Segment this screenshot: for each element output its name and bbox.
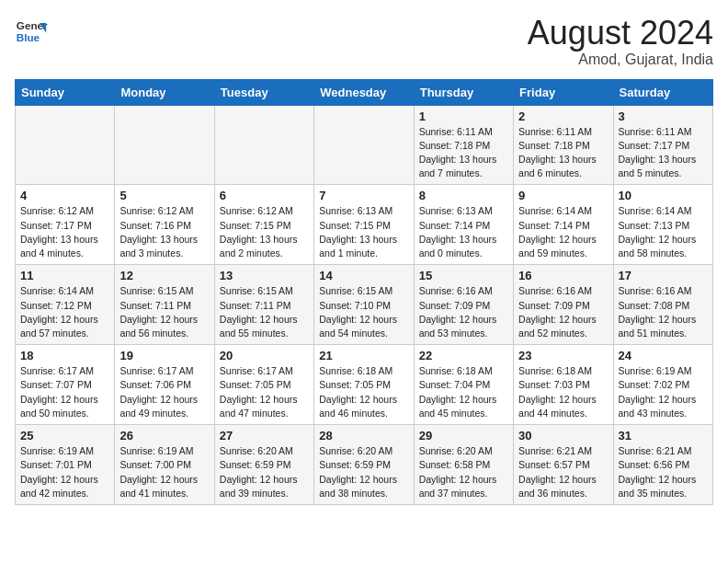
day-cell: 5Sunrise: 6:12 AM Sunset: 7:16 PM Daylig… <box>115 185 214 265</box>
day-info: Sunrise: 6:19 AM Sunset: 7:02 PM Dayligh… <box>619 364 708 420</box>
day-cell: 16Sunrise: 6:16 AM Sunset: 7:09 PM Dayli… <box>514 265 613 345</box>
day-info: Sunrise: 6:16 AM Sunset: 7:08 PM Dayligh… <box>619 284 708 340</box>
day-cell: 21Sunrise: 6:18 AM Sunset: 7:05 PM Dayli… <box>314 345 414 425</box>
day-cell: 10Sunrise: 6:14 AM Sunset: 7:13 PM Dayli… <box>613 185 712 265</box>
day-cell: 9Sunrise: 6:14 AM Sunset: 7:14 PM Daylig… <box>514 185 613 265</box>
day-info: Sunrise: 6:20 AM Sunset: 6:59 PM Dayligh… <box>220 444 309 500</box>
day-number: 3 <box>619 109 708 123</box>
day-info: Sunrise: 6:14 AM Sunset: 7:13 PM Dayligh… <box>619 204 708 260</box>
day-cell: 23Sunrise: 6:18 AM Sunset: 7:03 PM Dayli… <box>514 345 613 425</box>
day-info: Sunrise: 6:16 AM Sunset: 7:09 PM Dayligh… <box>419 284 508 340</box>
day-number: 6 <box>220 189 309 202</box>
day-number: 28 <box>319 429 408 442</box>
header-cell-wednesday: Wednesday <box>314 79 414 105</box>
day-cell: 18Sunrise: 6:17 AM Sunset: 7:07 PM Dayli… <box>16 345 115 425</box>
day-number: 14 <box>319 269 408 282</box>
day-number: 10 <box>619 189 708 202</box>
day-cell: 30Sunrise: 6:21 AM Sunset: 6:57 PM Dayli… <box>514 425 613 505</box>
day-cell: 17Sunrise: 6:16 AM Sunset: 7:08 PM Dayli… <box>613 265 712 345</box>
day-number: 31 <box>619 429 708 442</box>
header-cell-monday: Monday <box>115 79 214 105</box>
day-cell <box>314 105 414 185</box>
day-number: 1 <box>419 109 508 123</box>
calendar-title: August 2024 <box>528 15 713 52</box>
week-row-2: 4Sunrise: 6:12 AM Sunset: 7:17 PM Daylig… <box>16 185 713 265</box>
day-cell: 31Sunrise: 6:21 AM Sunset: 6:56 PM Dayli… <box>613 425 712 505</box>
day-info: Sunrise: 6:17 AM Sunset: 7:06 PM Dayligh… <box>119 364 209 420</box>
day-info: Sunrise: 6:13 AM Sunset: 7:14 PM Dayligh… <box>419 204 508 260</box>
day-cell: 11Sunrise: 6:14 AM Sunset: 7:12 PM Dayli… <box>16 265 115 345</box>
day-info: Sunrise: 6:21 AM Sunset: 6:56 PM Dayligh… <box>619 444 708 500</box>
day-cell: 26Sunrise: 6:19 AM Sunset: 7:00 PM Dayli… <box>115 425 214 505</box>
day-cell: 28Sunrise: 6:20 AM Sunset: 6:59 PM Dayli… <box>314 425 414 505</box>
day-info: Sunrise: 6:18 AM Sunset: 7:05 PM Dayligh… <box>319 364 408 420</box>
day-number: 30 <box>518 429 608 442</box>
day-cell: 14Sunrise: 6:15 AM Sunset: 7:10 PM Dayli… <box>314 265 414 345</box>
day-info: Sunrise: 6:19 AM Sunset: 7:00 PM Dayligh… <box>119 444 209 500</box>
day-cell <box>16 105 115 185</box>
day-number: 13 <box>220 269 309 282</box>
day-cell: 20Sunrise: 6:17 AM Sunset: 7:05 PM Dayli… <box>214 345 313 425</box>
day-info: Sunrise: 6:11 AM Sunset: 7:18 PM Dayligh… <box>419 125 508 181</box>
day-number: 16 <box>518 269 608 282</box>
day-info: Sunrise: 6:14 AM Sunset: 7:12 PM Dayligh… <box>20 284 109 340</box>
day-number: 4 <box>20 189 109 202</box>
day-number: 24 <box>619 349 708 362</box>
day-info: Sunrise: 6:15 AM Sunset: 7:11 PM Dayligh… <box>220 284 309 340</box>
day-cell: 12Sunrise: 6:15 AM Sunset: 7:11 PM Dayli… <box>115 265 214 345</box>
header-cell-saturday: Saturday <box>613 79 712 105</box>
day-cell: 1Sunrise: 6:11 AM Sunset: 7:18 PM Daylig… <box>414 105 513 185</box>
day-info: Sunrise: 6:20 AM Sunset: 6:59 PM Dayligh… <box>319 444 408 500</box>
day-cell <box>115 105 214 185</box>
day-cell: 6Sunrise: 6:12 AM Sunset: 7:15 PM Daylig… <box>214 185 313 265</box>
day-info: Sunrise: 6:11 AM Sunset: 7:18 PM Dayligh… <box>518 125 608 181</box>
calendar-body: 1Sunrise: 6:11 AM Sunset: 7:18 PM Daylig… <box>16 105 713 504</box>
day-info: Sunrise: 6:12 AM Sunset: 7:16 PM Dayligh… <box>119 204 209 260</box>
day-info: Sunrise: 6:17 AM Sunset: 7:05 PM Dayligh… <box>220 364 309 420</box>
day-cell: 22Sunrise: 6:18 AM Sunset: 7:04 PM Dayli… <box>414 345 513 425</box>
logo-icon: General Blue <box>15 15 48 48</box>
day-cell: 4Sunrise: 6:12 AM Sunset: 7:17 PM Daylig… <box>16 185 115 265</box>
calendar-subtitle: Amod, Gujarat, India <box>528 52 713 68</box>
week-row-5: 25Sunrise: 6:19 AM Sunset: 7:01 PM Dayli… <box>16 425 713 505</box>
header-row: SundayMondayTuesdayWednesdayThursdayFrid… <box>16 79 713 105</box>
day-number: 29 <box>419 429 508 442</box>
day-cell: 13Sunrise: 6:15 AM Sunset: 7:11 PM Dayli… <box>214 265 313 345</box>
day-cell: 3Sunrise: 6:11 AM Sunset: 7:17 PM Daylig… <box>613 105 712 185</box>
day-info: Sunrise: 6:17 AM Sunset: 7:07 PM Dayligh… <box>20 364 109 420</box>
day-cell: 27Sunrise: 6:20 AM Sunset: 6:59 PM Dayli… <box>214 425 313 505</box>
day-number: 19 <box>119 349 209 362</box>
day-number: 23 <box>518 349 608 362</box>
day-info: Sunrise: 6:14 AM Sunset: 7:14 PM Dayligh… <box>518 204 608 260</box>
day-number: 18 <box>20 349 109 362</box>
day-info: Sunrise: 6:18 AM Sunset: 7:04 PM Dayligh… <box>419 364 508 420</box>
day-cell: 15Sunrise: 6:16 AM Sunset: 7:09 PM Dayli… <box>414 265 513 345</box>
day-cell <box>214 105 313 185</box>
header-cell-tuesday: Tuesday <box>214 79 313 105</box>
day-number: 21 <box>319 349 408 362</box>
day-info: Sunrise: 6:11 AM Sunset: 7:17 PM Dayligh… <box>619 125 708 181</box>
day-number: 9 <box>518 189 608 202</box>
day-cell: 25Sunrise: 6:19 AM Sunset: 7:01 PM Dayli… <box>16 425 115 505</box>
week-row-3: 11Sunrise: 6:14 AM Sunset: 7:12 PM Dayli… <box>16 265 713 345</box>
day-info: Sunrise: 6:12 AM Sunset: 7:17 PM Dayligh… <box>20 204 109 260</box>
day-info: Sunrise: 6:16 AM Sunset: 7:09 PM Dayligh… <box>518 284 608 340</box>
day-number: 27 <box>220 429 309 442</box>
day-number: 26 <box>119 429 209 442</box>
day-cell: 29Sunrise: 6:20 AM Sunset: 6:58 PM Dayli… <box>414 425 513 505</box>
day-info: Sunrise: 6:15 AM Sunset: 7:10 PM Dayligh… <box>319 284 408 340</box>
header-cell-thursday: Thursday <box>414 79 513 105</box>
calendar-header: SundayMondayTuesdayWednesdayThursdayFrid… <box>16 79 713 105</box>
day-number: 12 <box>119 269 209 282</box>
day-info: Sunrise: 6:13 AM Sunset: 7:15 PM Dayligh… <box>319 204 408 260</box>
day-number: 22 <box>419 349 508 362</box>
day-number: 25 <box>20 429 109 442</box>
week-row-4: 18Sunrise: 6:17 AM Sunset: 7:07 PM Dayli… <box>16 345 713 425</box>
day-info: Sunrise: 6:19 AM Sunset: 7:01 PM Dayligh… <box>20 444 109 500</box>
title-block: August 2024 Amod, Gujarat, India <box>528 15 713 68</box>
day-info: Sunrise: 6:18 AM Sunset: 7:03 PM Dayligh… <box>518 364 608 420</box>
header-cell-sunday: Sunday <box>16 79 115 105</box>
day-cell: 19Sunrise: 6:17 AM Sunset: 7:06 PM Dayli… <box>115 345 214 425</box>
day-number: 20 <box>220 349 309 362</box>
page-header: General Blue August 2024 Amod, Gujarat, … <box>15 15 713 68</box>
